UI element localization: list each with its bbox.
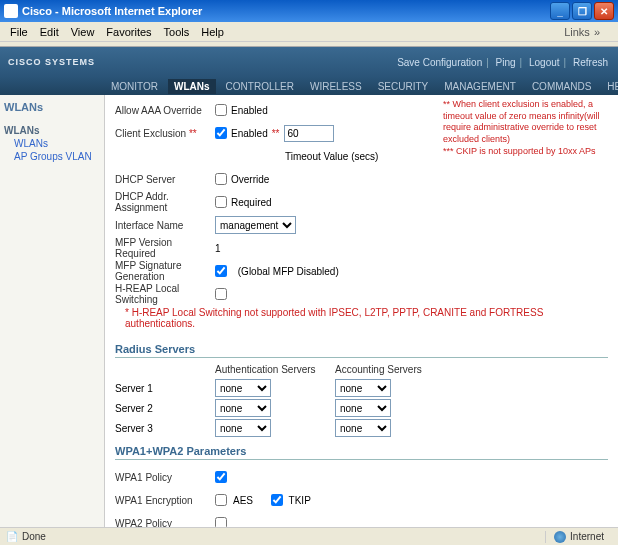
window-titlebar: Cisco - Microsoft Internet Explorer _ ❐ … [0,0,618,22]
auth-col: Authentication Servers [215,364,335,375]
dhcpaddr-label: DHCP Addr. Assignment [115,191,215,213]
tree-group[interactable]: WLANs [4,125,100,136]
content-area: ** When client exclusion is enabled, a t… [105,95,618,527]
cisco-header: CISCO SYSTEMS Save Configuration| Ping| … [0,47,618,77]
radius-header: Radius Servers [115,337,608,358]
tab-commands[interactable]: COMMANDS [526,79,597,94]
exclusion-label: Client Exclusion ** [115,128,215,139]
cisco-logo: CISCO SYSTEMS [8,57,95,67]
hreap-note: * H-REAP Local Switching not supported w… [115,307,608,329]
server1-auth-select[interactable]: none [215,379,271,397]
exclusion-checkbox[interactable] [215,127,227,139]
wpa-header: WPA1+WPA2 Parameters [115,439,608,460]
mfpsig-checkbox[interactable] [215,265,227,277]
aaa-label: Allow AAA Override [115,105,215,116]
server3-label: Server 3 [115,423,215,434]
tab-help[interactable]: HELP [601,79,618,94]
sidebar: WLANs WLANs WLANs AP Groups VLAN [0,95,105,527]
menu-view[interactable]: View [65,24,101,40]
app-icon [4,4,18,18]
browser-menubar: File Edit View Favorites Tools Help Link… [0,22,618,42]
logout-link[interactable]: Logout [529,57,560,68]
menu-help[interactable]: Help [195,24,230,40]
menu-tools[interactable]: Tools [158,24,196,40]
close-button[interactable]: ✕ [594,2,614,20]
hreap-label: H-REAP Local Switching [115,283,215,305]
links-toolbar[interactable]: Links [558,24,614,40]
server1-acct-select[interactable]: none [335,379,391,397]
server3-acct-select[interactable]: none [335,419,391,437]
tab-wlans[interactable]: WLANs [168,79,216,94]
main-nav: MONITOR WLANs CONTROLLER WIRELESS SECURI… [0,77,618,95]
sidebar-item-apgroups[interactable]: AP Groups VLAN [4,151,100,162]
sidebar-item-wlans[interactable]: WLANs [4,138,100,149]
window-title: Cisco - Microsoft Internet Explorer [22,5,550,17]
ifname-label: Interface Name [115,220,215,231]
acct-col: Accounting Servers [335,364,455,375]
menu-edit[interactable]: Edit [34,24,65,40]
tab-controller[interactable]: CONTROLLER [220,79,300,94]
tab-management[interactable]: MANAGEMENT [438,79,522,94]
wpa2p-label: WPA2 Policy [115,518,215,528]
server2-auth-select[interactable]: none [215,399,271,417]
wpa1-policy-checkbox[interactable] [215,471,227,483]
mfpsig-label: MFP Signature Generation [115,260,215,282]
header-links: Save Configuration| Ping| Logout| Refres… [395,57,610,68]
page-icon: 📄 [6,531,18,543]
sidebar-title: WLANs [4,101,100,113]
aaa-checkbox[interactable] [215,104,227,116]
server3-auth-select[interactable]: none [215,419,271,437]
wpa2-policy-checkbox[interactable] [215,517,227,527]
timeout-input[interactable] [284,125,334,142]
server1-label: Server 1 [115,383,215,394]
wpa1p-label: WPA1 Policy [115,472,215,483]
maximize-button[interactable]: ❐ [572,2,592,20]
tab-monitor[interactable]: MONITOR [105,79,164,94]
tab-security[interactable]: SECURITY [372,79,435,94]
ping-link[interactable]: Ping [496,57,516,68]
minimize-button[interactable]: _ [550,2,570,20]
save-config-link[interactable]: Save Configuration [397,57,482,68]
warning-text: ** When client exclusion is enabled, a t… [443,99,608,157]
dhcp-required-checkbox[interactable] [215,196,227,208]
status-done: Done [22,531,46,542]
ifname-select[interactable]: management [215,216,296,234]
wpa1e-label: WPA1 Encryption [115,495,215,506]
timeout-label: Timeout Value (secs) [285,151,378,162]
globe-icon [554,531,566,543]
status-internet: Internet [570,531,604,542]
dhcp-override-checkbox[interactable] [215,173,227,185]
server2-acct-select[interactable]: none [335,399,391,417]
dhcp-label: DHCP Server [115,174,215,185]
server2-label: Server 2 [115,403,215,414]
hreap-checkbox[interactable] [215,288,227,300]
mfpver-label: MFP Version Required [115,237,215,259]
menu-file[interactable]: File [4,24,34,40]
mfpver-value: 1 [215,243,221,254]
menu-favorites[interactable]: Favorites [100,24,157,40]
tab-wireless[interactable]: WIRELESS [304,79,368,94]
refresh-link[interactable]: Refresh [573,57,608,68]
statusbar: 📄 Done Internet [0,527,618,545]
aes-checkbox[interactable] [215,494,227,506]
tkip-checkbox[interactable] [271,494,283,506]
